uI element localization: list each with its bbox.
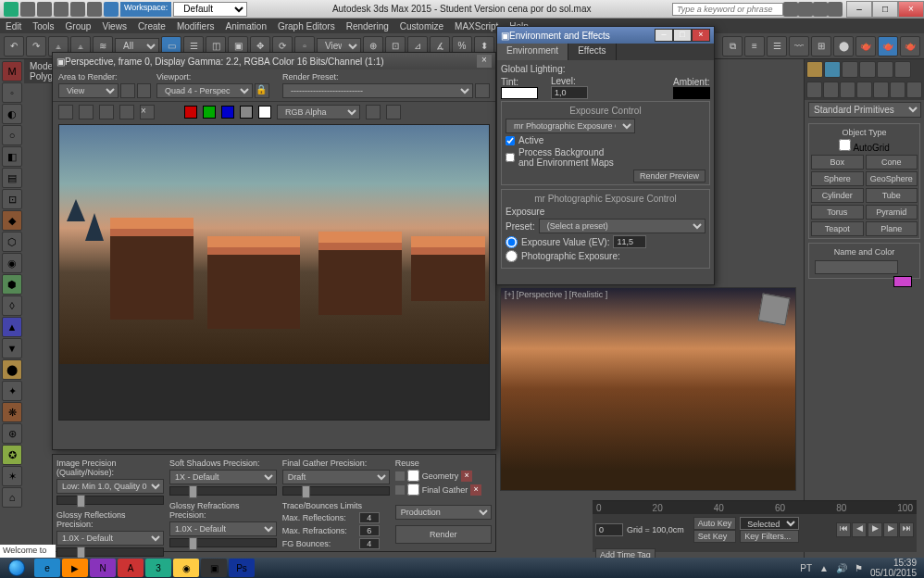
level-input[interactable] [551,86,588,99]
material-editor-button[interactable]: ⬤ [833,36,854,57]
fg-bounces-input[interactable] [359,538,380,549]
rfw-delete-icon[interactable]: × [140,105,155,119]
menu-animation[interactable]: Animation [225,21,266,31]
perspective-viewport[interactable]: [+] [Perspective ] [Realistic ] [500,287,796,491]
time-ruler[interactable]: 0 20 40 60 80 100 [593,501,917,514]
ew-min[interactable]: – [655,29,673,42]
fg-slider[interactable] [282,486,390,496]
geosphere-button[interactable]: GeoSphere [866,171,918,186]
preset-dd[interactable]: -------------------------- [282,83,473,98]
viewport-dd[interactable]: Quad 4 - Perspec [156,83,253,98]
open-icon[interactable] [37,2,52,17]
task-chrome-icon[interactable]: ◉ [173,559,199,577]
pyramid-button[interactable]: Pyramid [866,205,918,220]
prev-frame-icon[interactable]: ◀ [852,522,867,537]
app-icon[interactable] [4,2,19,17]
lt-tool7[interactable]: ◆ [2,210,22,231]
setkey-button[interactable]: Set Key [693,530,737,543]
task-autocad-icon[interactable]: A [118,559,144,577]
redo-button[interactable]: ↷ [26,36,46,57]
task-3dsmax-icon[interactable]: 3 [145,559,171,577]
glossy-refl-slider[interactable] [56,547,164,557]
hierarchy-tab-icon[interactable] [842,61,858,78]
cameras-icon[interactable] [856,82,872,98]
lt-tool12[interactable]: ▲ [2,317,22,337]
render-preview-button[interactable]: Render Preview [633,170,705,182]
lt-max-icon[interactable]: M [2,61,22,82]
lt-tool16[interactable]: ❋ [2,402,22,422]
goto-start-icon[interactable]: ⏮ [836,522,851,537]
minimize-button[interactable]: – [846,1,872,18]
menu-views[interactable]: Views [102,21,127,31]
rfw-toggle1[interactable] [366,105,381,119]
display-tab-icon[interactable] [877,61,893,78]
lt-tool3[interactable]: ○ [2,125,22,145]
rfw-clone-icon[interactable] [99,105,114,119]
save-icon[interactable] [54,2,69,17]
glossy-refr-slider[interactable] [169,538,277,547]
tint-swatch[interactable] [501,87,538,99]
ambient-swatch[interactable] [673,87,710,99]
signin-icon[interactable] [813,2,828,17]
curve-editor-button[interactable]: 〰 [789,36,809,57]
rfw-save-icon[interactable] [58,105,73,119]
lt-tool18[interactable]: ✪ [2,445,22,465]
menu-modifiers[interactable]: Modifiers [177,21,215,31]
menu-grapheditors[interactable]: Graph Editors [278,21,335,31]
area-btn2[interactable] [137,83,151,98]
plane-button[interactable]: Plane [866,221,918,236]
star-icon[interactable] [798,2,813,17]
task-photoshop-icon[interactable]: Ps [229,559,255,577]
lt-tool20[interactable]: ⌂ [2,487,22,508]
space-icon[interactable] [890,82,905,98]
lt-tool19[interactable]: ✶ [2,466,22,486]
info-icon[interactable] [828,2,843,17]
render-setup-button[interactable]: 🫖 [855,36,876,57]
color-swatch[interactable] [893,276,912,287]
rfw-copy-icon[interactable] [79,105,94,119]
cone-button[interactable]: Cone [866,155,918,170]
fg-lock-icon[interactable] [395,485,405,495]
tray-flag-icon[interactable]: ⚑ [855,563,863,573]
geom-x[interactable]: × [461,471,472,482]
viewport-label[interactable]: [+] [Perspective ] [Realistic ] [505,290,607,299]
geom-check[interactable] [407,470,419,482]
geom-icon[interactable] [806,82,822,98]
teapot-button[interactable]: Teapot [811,221,864,236]
sphere-button[interactable]: Sphere [811,171,864,186]
exposure-dd[interactable]: mr Photographic Exposure Contro [506,119,635,133]
rfw-close[interactable]: × [477,55,492,68]
viewcube[interactable] [758,294,791,326]
undo-button[interactable]: ↶ [4,36,24,57]
torus-button[interactable]: Torus [811,205,864,220]
tray-date[interactable]: 05/10/2015 [870,568,917,578]
align-button[interactable]: ≡ [744,36,765,57]
channel-blue[interactable] [221,106,234,119]
lt-tool13[interactable]: ▼ [2,338,22,358]
task-ie-icon[interactable]: e [34,559,60,577]
rb-icon[interactable] [104,2,119,17]
channel-red[interactable] [184,106,197,119]
lt-tool8[interactable]: ⬡ [2,232,22,252]
search-input[interactable] [672,3,783,16]
shapes-icon[interactable] [823,82,839,98]
schematic-button[interactable]: ⊞ [811,36,831,57]
goto-end-icon[interactable]: ⏭ [899,522,914,537]
soft-shad-slider[interactable] [169,486,277,496]
menu-edit[interactable]: Edit [6,21,21,31]
motion-tab-icon[interactable] [859,61,876,78]
lights-icon[interactable] [840,82,855,98]
render-button[interactable]: Render [395,525,492,544]
lt-tool15[interactable]: ✦ [2,381,22,401]
active-check[interactable] [506,136,515,145]
cylinder-button[interactable]: Cylinder [811,188,864,203]
img-prec-slider[interactable] [56,496,164,505]
ew-max[interactable]: □ [673,29,692,42]
selected-dd[interactable]: Selected [740,517,799,530]
channel-dd[interactable]: RGB Alpha [277,105,360,119]
layers-button[interactable]: ☰ [767,36,787,57]
lt-tool4[interactable]: ◧ [2,146,22,167]
process-check[interactable] [506,153,515,162]
menu-rendering[interactable]: Rendering [346,21,389,31]
lt-tool11[interactable]: ◊ [2,295,22,316]
